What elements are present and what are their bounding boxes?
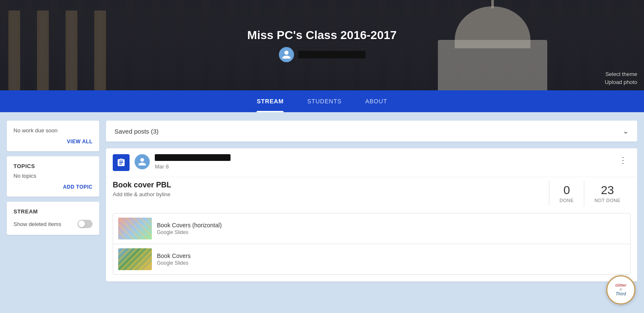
work-due-card: No work due soon VIEW ALL bbox=[7, 121, 99, 151]
post-subtitle: Add title & author byline bbox=[113, 191, 542, 197]
brand-badge-inner: Glitter in Third bbox=[615, 284, 627, 296]
tab-about[interactable]: ABOUT bbox=[353, 90, 399, 112]
avatar bbox=[279, 47, 294, 62]
post-body: Book cover PBL Add title & author byline… bbox=[106, 177, 637, 213]
post-menu-button[interactable]: ⋮ bbox=[615, 154, 631, 166]
not-done-count: 23 bbox=[601, 184, 614, 197]
nav-bar: STREAM STUDENTS ABOUT bbox=[0, 90, 644, 112]
stream-section-title: STREAM bbox=[13, 208, 93, 215]
attachment-info-1: Book Covers (horizontal) Google Slides bbox=[157, 222, 625, 235]
tab-students[interactable]: STUDENTS bbox=[295, 90, 353, 112]
show-deleted-toggle[interactable] bbox=[77, 220, 93, 228]
post-date: Mar 8 bbox=[155, 163, 169, 170]
stream-panel: Saved posts (3) ⌄ Mar 8 bbox=[106, 121, 637, 281]
not-done-stat: 23 NOT DONE bbox=[584, 181, 631, 206]
saved-posts-label: Saved posts (3) bbox=[114, 128, 159, 135]
show-deleted-label: Show deleted items bbox=[13, 221, 61, 227]
attachment-thumb-2 bbox=[118, 248, 152, 270]
post-header: Mar 8 ⋮ bbox=[106, 148, 637, 177]
post-body-inner: Book cover PBL Add title & author byline… bbox=[113, 181, 631, 206]
no-work-text: No work due soon bbox=[13, 127, 93, 134]
done-label: DONE bbox=[559, 198, 574, 203]
attachment-name-2: Book Covers bbox=[157, 253, 625, 259]
view-all-button[interactable]: VIEW ALL bbox=[13, 139, 93, 145]
pillar-4 bbox=[94, 11, 106, 90]
username-redacted bbox=[298, 51, 366, 58]
post-stats: 0 DONE 23 NOT DONE bbox=[549, 181, 631, 206]
assignment-icon bbox=[117, 158, 126, 167]
main-content: No work due soon VIEW ALL TOPICS No topi… bbox=[0, 112, 644, 290]
class-title: Miss PC's Class 2016-2017 bbox=[247, 29, 397, 42]
attachment-item-2[interactable]: Book Covers Google Slides bbox=[113, 244, 630, 274]
show-deleted-row: Show deleted items bbox=[13, 220, 93, 228]
hero-user-row bbox=[247, 47, 397, 62]
attachment-item-1[interactable]: Book Covers (horizontal) Google Slides bbox=[113, 213, 630, 244]
hero-banner: Miss PC's Class 2016-2017 Select theme U… bbox=[0, 0, 644, 90]
attachment-type-1: Google Slides bbox=[157, 229, 625, 235]
stream-card: STREAM Show deleted items bbox=[7, 202, 99, 235]
columns-decoration bbox=[0, 0, 168, 90]
select-theme-button[interactable]: Select theme bbox=[605, 71, 637, 77]
pillar-3 bbox=[66, 11, 77, 90]
topics-title: TOPICS bbox=[13, 163, 93, 169]
person-icon bbox=[281, 50, 292, 60]
attachment-info-2: Book Covers Google Slides bbox=[157, 253, 625, 266]
post-author-avatar bbox=[135, 154, 150, 169]
post-card: Mar 8 ⋮ Book cover PBL Add title & autho… bbox=[106, 148, 637, 281]
brand-in-text: in bbox=[615, 288, 627, 292]
chevron-down-icon: ⌄ bbox=[623, 126, 629, 136]
dome-decoration bbox=[425, 0, 560, 90]
no-topics-text: No topics bbox=[13, 173, 93, 179]
done-count: 0 bbox=[563, 184, 570, 197]
sidebar: No work due soon VIEW ALL TOPICS No topi… bbox=[7, 121, 99, 281]
person-icon bbox=[138, 157, 147, 166]
add-topic-button[interactable]: ADD TOPIC bbox=[13, 184, 93, 190]
attachment-name-1: Book Covers (horizontal) bbox=[157, 222, 625, 229]
toggle-knob bbox=[78, 221, 85, 227]
tab-stream[interactable]: STREAM bbox=[245, 90, 295, 112]
pillar-2 bbox=[37, 11, 49, 90]
not-done-label: NOT DONE bbox=[594, 198, 620, 203]
brand-third-text: Third bbox=[615, 292, 627, 296]
attachments-list: Book Covers (horizontal) Google Slides B… bbox=[113, 213, 631, 275]
dome-base bbox=[438, 40, 547, 90]
hero-content: Miss PC's Class 2016-2017 bbox=[247, 29, 397, 62]
upload-photo-button[interactable]: Upload photo bbox=[605, 79, 637, 85]
done-stat: 0 DONE bbox=[549, 181, 584, 206]
hero-actions: Select theme Upload photo bbox=[605, 71, 637, 85]
post-title: Book cover PBL bbox=[113, 181, 542, 189]
topics-card: TOPICS No topics ADD TOPIC bbox=[7, 156, 99, 197]
attachment-type-2: Google Slides bbox=[157, 260, 625, 266]
attachment-thumb-1 bbox=[118, 218, 152, 239]
brand-badge: Glitter in Third bbox=[606, 275, 636, 305]
pillar-1 bbox=[8, 11, 20, 90]
post-meta: Mar 8 bbox=[155, 154, 610, 170]
post-type-icon bbox=[113, 154, 130, 171]
post-title-section: Book cover PBL Add title & author byline bbox=[113, 181, 549, 206]
saved-posts-header[interactable]: Saved posts (3) ⌄ bbox=[106, 121, 637, 142]
post-author-redacted bbox=[155, 154, 231, 161]
